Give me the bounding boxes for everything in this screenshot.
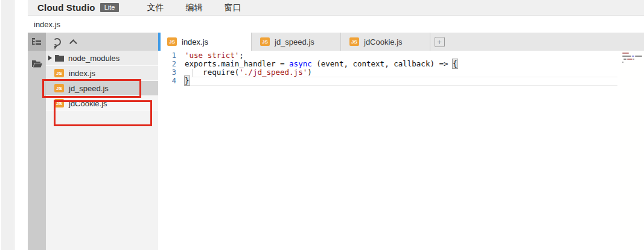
explorer-toolbar (46, 33, 158, 51)
list-tree-icon (32, 37, 42, 46)
tree-item-label: node_modules (68, 54, 120, 63)
tab-label: jd_speed.js (275, 37, 314, 46)
line-number[interactable]: 2 (158, 60, 185, 68)
tree-item-node-modules[interactable]: node_modules (46, 51, 158, 66)
code-editor[interactable]: 1'use strict'; 2exports.main_handler = a… (158, 51, 644, 250)
tab-strip: JS index.js JS jd_speed.js JS jdCookie.j… (158, 33, 644, 51)
explorer-tree-button[interactable] (28, 33, 46, 51)
matched-bracket: { (453, 59, 457, 68)
code-token: (event, context, callback) => (312, 59, 453, 68)
code-line-4: 4} (158, 77, 619, 85)
breadcrumb-filename: index.js (34, 20, 60, 29)
menu-edit[interactable]: 编辑 (177, 2, 211, 13)
code-token: async (289, 59, 312, 68)
collapse-icon[interactable] (69, 39, 77, 47)
menu-window[interactable]: 窗口 (215, 2, 249, 13)
refresh-icon[interactable] (53, 38, 61, 46)
lite-badge: Lite (100, 3, 120, 12)
folder-icon (55, 54, 64, 62)
line-number[interactable]: 1 (158, 51, 185, 60)
matched-bracket: } (185, 76, 190, 85)
menu-file[interactable]: 文件 (138, 2, 172, 13)
code-line-3: 3 require('./jd_speed.js') (158, 68, 619, 77)
minimap[interactable] (620, 51, 644, 250)
file-explorer: node_modules JS index.js JS jd_speed.js … (46, 33, 158, 250)
line-number[interactable]: 4 (158, 77, 185, 85)
tree-item-label: index.js (69, 69, 95, 78)
code-token: 'use strict' (185, 51, 239, 60)
code-token: require( (185, 68, 239, 77)
app-title: Cloud Studio (37, 2, 95, 13)
annotation-box-jdcookie (54, 100, 152, 126)
plus-icon: + (435, 37, 445, 47)
menu-bar: 文件 编辑 窗口 (138, 2, 254, 13)
code-line-2: 2exports.main_handler = async (event, co… (158, 60, 619, 68)
code-lines: 1'use strict'; 2exports.main_handler = a… (158, 51, 619, 85)
js-file-icon: JS (54, 69, 64, 77)
open-folder-button[interactable] (28, 54, 46, 72)
page-left-gutter (1, 0, 14, 250)
top-menu-bar: Cloud Studio Lite 文件 编辑 窗口 (28, 0, 644, 16)
activity-bar (28, 33, 46, 250)
tab-label: jdCookie.js (364, 37, 403, 46)
line-number[interactable]: 3 (158, 68, 185, 77)
js-file-icon: JS (349, 37, 359, 46)
code-line-1: 1'use strict'; (158, 51, 619, 60)
current-line-highlight (187, 85, 617, 86)
breadcrumb: index.js (28, 16, 644, 33)
new-tab-button[interactable]: + (430, 33, 448, 51)
js-file-icon: JS (167, 37, 177, 46)
code-token: './jd_speed.js' (239, 68, 307, 77)
code-token: ) (307, 68, 312, 77)
cloud-studio-window: Cloud Studio Lite 文件 编辑 窗口 index.js (0, 0, 644, 250)
open-folder-icon (32, 60, 42, 68)
annotation-box-jd-speed (42, 79, 141, 98)
code-token: ; (239, 51, 244, 60)
tab-index-js[interactable]: JS index.js (158, 33, 252, 51)
editor-group: JS index.js JS jd_speed.js JS jdCookie.j… (158, 33, 644, 250)
tab-jdcookie-js[interactable]: JS jdCookie.js (341, 33, 430, 51)
code-token: exports.main_handler = (185, 59, 289, 68)
tab-jd-speed-js[interactable]: JS jd_speed.js (252, 33, 341, 51)
chevron-right-icon (48, 56, 52, 60)
js-file-icon: JS (260, 37, 270, 46)
main-area: node_modules JS index.js JS jd_speed.js … (28, 33, 644, 250)
tab-label: index.js (182, 37, 208, 46)
